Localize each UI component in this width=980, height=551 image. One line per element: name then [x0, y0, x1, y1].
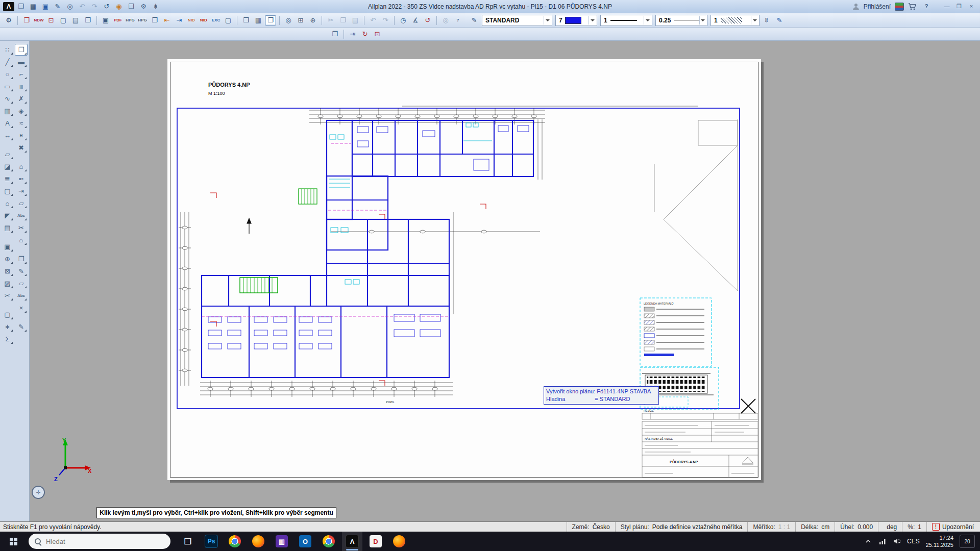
star-tool[interactable]: ∗: [1, 321, 14, 333]
outlook-button[interactable]: O: [295, 532, 315, 551]
roof-tool[interactable]: ⌂: [1, 197, 14, 209]
zoom-in-icon[interactable]: ⊕: [307, 15, 318, 26]
format-picker-icon[interactable]: ✎: [469, 15, 480, 26]
warning-indicator[interactable]: ! Upozornění: [926, 522, 980, 532]
plan-window-icon[interactable]: ❐: [265, 15, 276, 26]
import-to-window-icon[interactable]: ⇥: [347, 29, 358, 39]
align-listing-tool[interactable]: a«: [15, 173, 28, 185]
wall-tool[interactable]: ≣: [1, 173, 14, 185]
taskbar-search[interactable]: [29, 534, 170, 549]
scale-field[interactable]: Měřítko:1 : 1: [747, 522, 795, 532]
photoshop-button[interactable]: Ps: [201, 532, 222, 551]
nid-export-icon[interactable]: NID: [198, 15, 209, 26]
paste-icon[interactable]: ▤: [350, 15, 361, 26]
trim-tool[interactable]: ✂: [15, 222, 28, 234]
modify-red-tool[interactable]: ✗: [15, 93, 28, 105]
ruler-tool[interactable]: ▬: [15, 56, 28, 68]
help-icon[interactable]: ?: [452, 15, 463, 26]
document-settings-icon[interactable]: ⚙: [3, 15, 14, 26]
chrome-button[interactable]: [225, 532, 245, 551]
hpgl-export-icon[interactable]: HPG: [125, 15, 136, 26]
project-cube-icon[interactable]: ❒: [15, 2, 27, 12]
save-app-button[interactable]: ▥: [272, 532, 292, 551]
measure-icon[interactable]: ∡: [410, 15, 421, 26]
project-board-icon[interactable]: ▦: [28, 2, 39, 12]
window-restore-icon[interactable]: ↺: [422, 15, 433, 26]
plan-sheet[interactable]: PŮDORYS 4.NP M 1:100: [167, 59, 761, 480]
snap-compass-icon[interactable]: ✛: [32, 486, 45, 499]
exc-export-icon[interactable]: EXC: [210, 15, 222, 26]
copy-icon[interactable]: ❐: [337, 15, 349, 26]
find-icon[interactable]: ◎: [64, 2, 76, 12]
search-icon[interactable]: ◎: [440, 15, 451, 26]
apply-format-icon[interactable]: ✎: [774, 15, 785, 26]
angle-unit-field[interactable]: deg: [878, 522, 902, 532]
help-icon[interactable]: ?: [921, 2, 932, 12]
window-copy-icon[interactable]: ❐: [82, 15, 93, 26]
language-indicator[interactable]: CES: [907, 538, 920, 545]
layer-select[interactable]: STANDARD: [482, 15, 552, 26]
angle-field[interactable]: Úhel:0.000: [835, 522, 878, 532]
zoom-section-icon[interactable]: ◎: [283, 15, 294, 26]
ndw-document-icon[interactable]: NDW: [33, 15, 44, 26]
plotter-icon[interactable]: ▣: [100, 15, 111, 26]
abc-text-tool[interactable]: Abc: [15, 210, 28, 221]
block-h-tool[interactable]: H: [15, 130, 28, 141]
solid-3d-tool[interactable]: ▱: [1, 148, 14, 160]
delete-tool[interactable]: ✖: [15, 142, 28, 154]
clock[interactable]: 17:24 25.11.2025: [926, 534, 953, 549]
close-button[interactable]: ×: [966, 2, 977, 12]
redo-icon[interactable]: ↷: [89, 2, 100, 12]
link-format-icon[interactable]: ∞: [762, 15, 773, 26]
brick-tool[interactable]: ▤: [1, 222, 14, 234]
copy-window-tool[interactable]: ❐: [15, 253, 28, 265]
window-dashed-icon[interactable]: ▢: [58, 15, 69, 26]
plan-style-field[interactable]: Styl plánu:Podle definice vztažného měří…: [615, 522, 748, 532]
point-tool[interactable]: ∷: [1, 44, 14, 56]
crop-edit-icon[interactable]: ⊡: [372, 29, 383, 39]
redo-icon[interactable]: ↷: [380, 15, 391, 26]
notification-badge[interactable]: 20: [960, 535, 975, 548]
hpgl-print-icon[interactable]: HPG: [137, 15, 148, 26]
tools-icon[interactable]: ⚙: [138, 2, 149, 12]
percent-field[interactable]: %:1: [902, 522, 926, 532]
document-copy-icon[interactable]: ❐: [149, 15, 160, 26]
firefox-2-button[interactable]: [389, 532, 409, 551]
skew-tool[interactable]: ▱: [15, 278, 28, 289]
hatch-tool[interactable]: ▦: [1, 105, 14, 117]
box-3d-tool[interactable]: ▢: [1, 309, 14, 320]
start-button[interactable]: [2, 532, 24, 551]
d-tool-button[interactable]: D: [365, 532, 386, 551]
length-field[interactable]: Délka:cm: [795, 522, 835, 532]
fit-view-icon[interactable]: ⊞: [295, 15, 306, 26]
project-board-icon[interactable]: ▦: [253, 15, 264, 26]
volume-tool[interactable]: ▢: [1, 185, 14, 197]
firefox-button[interactable]: [248, 532, 268, 551]
hatch-image-tool[interactable]: ▨: [1, 278, 14, 289]
nid-import-icon[interactable]: NID: [186, 15, 197, 26]
tilt-tool[interactable]: ▱: [15, 197, 28, 209]
sum-tool[interactable]: Σ: [1, 333, 14, 345]
visibility-icon[interactable]: ◉: [113, 2, 125, 12]
eyedropper-tool[interactable]: ✎: [15, 321, 28, 333]
tray-chevron-icon[interactable]: [864, 537, 872, 545]
chrome-2-button[interactable]: [318, 532, 339, 551]
pen-select[interactable]: 7: [555, 15, 597, 26]
maximize-button[interactable]: ❐: [953, 2, 965, 12]
window-list-icon[interactable]: ❐: [329, 29, 340, 39]
window-2-icon[interactable]: ❒: [126, 2, 137, 12]
window-pick-icon[interactable]: ▢: [223, 15, 234, 26]
reference-circle-tool[interactable]: ⊕: [1, 253, 14, 265]
mesh-tool[interactable]: ⊠: [1, 265, 14, 277]
tag-tool[interactable]: ◤: [1, 210, 14, 221]
building-tool[interactable]: ⌂: [15, 161, 28, 172]
circle-tool[interactable]: ○: [1, 68, 14, 80]
abc-text-2-tool[interactable]: Abc: [15, 290, 28, 302]
window-export-2-icon[interactable]: ⇥: [174, 15, 185, 26]
delete-x-tool[interactable]: ×: [15, 302, 28, 314]
stamp-tool[interactable]: ◈: [15, 105, 28, 117]
document-list-icon[interactable]: ▤: [70, 15, 81, 26]
base-3d-tool[interactable]: ◪: [1, 161, 14, 172]
country-field[interactable]: Země:Česko: [567, 522, 615, 532]
edit-icon[interactable]: ✎: [52, 2, 63, 12]
